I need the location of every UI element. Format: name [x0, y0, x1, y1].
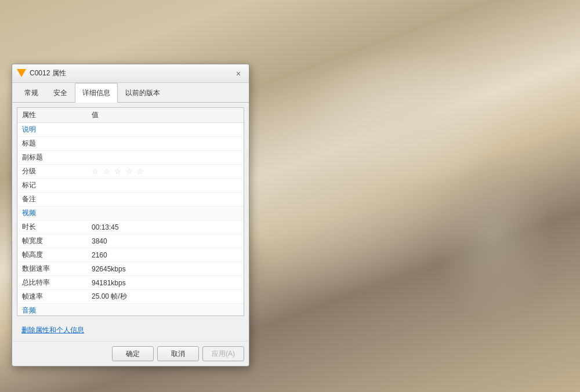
- row-label: 标记: [17, 179, 87, 193]
- delete-properties-link[interactable]: 删除属性和个人信息: [21, 325, 84, 335]
- tab-details[interactable]: 详细信息: [75, 83, 118, 103]
- section-header-row: 视频: [17, 206, 244, 220]
- col-header-val: 值: [87, 108, 244, 123]
- row-label: 帧速率: [17, 290, 87, 304]
- tabs-bar: 常规 安全 详细信息 以前的版本: [12, 83, 249, 103]
- dialog-title: C0012 属性: [30, 68, 66, 78]
- vlc-icon: [17, 69, 26, 78]
- close-button[interactable]: ×: [233, 68, 244, 79]
- table-row: 总比特率 94181kbps: [17, 276, 244, 290]
- row-value: 92645kbps: [87, 262, 244, 276]
- row-label: 帧宽度: [17, 234, 87, 248]
- tab-security[interactable]: 安全: [46, 83, 75, 103]
- col-header-attr: 属性: [17, 108, 87, 123]
- row-label: 时长: [17, 220, 87, 234]
- table-row: 标题: [17, 137, 244, 151]
- apply-button[interactable]: 应用(A): [202, 346, 244, 361]
- table-row: 帧速率 25.00 帧/秒: [17, 290, 244, 304]
- table-row: 说明: [17, 123, 244, 137]
- cancel-button[interactable]: 取消: [157, 346, 199, 361]
- row-value: [87, 193, 244, 206]
- row-label: 副标题: [17, 151, 87, 165]
- table-row: 副标题: [17, 151, 244, 165]
- row-value: [87, 151, 244, 165]
- row-value: [87, 137, 244, 151]
- tab-previous[interactable]: 以前的版本: [118, 83, 168, 103]
- properties-dialog: C0012 属性 × 常规 安全 详细信息 以前的版本 属性 值: [12, 64, 249, 366]
- row-value: 2160: [87, 248, 244, 262]
- table-row: 标记: [17, 179, 244, 193]
- row-value: 3840: [87, 234, 244, 248]
- table-row: 备注: [17, 193, 244, 206]
- delete-link-container: 删除属性和个人信息: [12, 321, 249, 341]
- tab-general[interactable]: 常规: [17, 83, 46, 103]
- row-label: 标题: [17, 137, 87, 151]
- ok-button[interactable]: 确定: [112, 346, 154, 361]
- dialog-overlay: C0012 属性 × 常规 安全 详细信息 以前的版本 属性 值: [0, 0, 580, 392]
- table-row: 分级 ☆ ☆ ☆ ☆ ☆: [17, 165, 244, 179]
- row-value: [87, 123, 244, 137]
- row-label: 帧高度: [17, 248, 87, 262]
- row-value: ☆ ☆ ☆ ☆ ☆: [87, 165, 244, 179]
- title-left: C0012 属性: [17, 68, 66, 78]
- row-value: [87, 179, 244, 193]
- section-header-row: 音频: [17, 304, 244, 317]
- dialog-footer: 确定 取消 应用(A): [12, 341, 249, 366]
- properties-table: 属性 值 说明 标题 副标题: [17, 108, 244, 316]
- table-row: 帧宽度 3840: [17, 234, 244, 248]
- audio-section-header: 音频: [17, 304, 244, 317]
- row-label: 分级: [17, 165, 87, 179]
- table-row: 数据速率 92645kbps: [17, 262, 244, 276]
- row-label: 数据速率: [17, 262, 87, 276]
- row-label: 说明: [17, 123, 87, 137]
- row-value: 94181kbps: [87, 276, 244, 290]
- row-label: 总比特率: [17, 276, 87, 290]
- row-value: 00:13:45: [87, 220, 244, 234]
- table-row: 时长 00:13:45: [17, 220, 244, 234]
- row-value: 25.00 帧/秒: [87, 290, 244, 304]
- row-label: 备注: [17, 193, 87, 206]
- dialog-titlebar: C0012 属性 ×: [12, 64, 249, 83]
- video-section-header: 视频: [17, 206, 244, 220]
- table-row: 帧高度 2160: [17, 248, 244, 262]
- star-rating[interactable]: ☆ ☆ ☆ ☆ ☆: [92, 167, 145, 176]
- dialog-content[interactable]: 属性 值 说明 标题 副标题: [17, 107, 244, 316]
